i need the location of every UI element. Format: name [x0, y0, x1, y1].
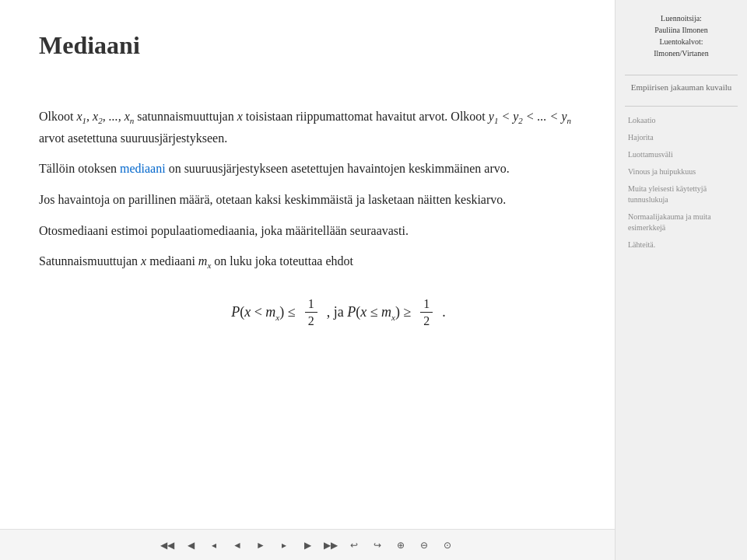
sidebar-item-normaali[interactable]: Normaalijakauma ja muita esimerkkejä [625, 209, 738, 236]
sidebar-item-lahteet[interactable]: Lähteitä. [625, 237, 738, 253]
paragraph-2: Tällöin otoksen mediaani on suuruusjärje… [39, 159, 576, 179]
formula-separator: , ja P(x ≤ mx) ≥ [327, 301, 412, 324]
page-title: Mediaani [39, 31, 576, 60]
slides-name: Ilmonen/Virtanen [625, 47, 738, 59]
sidebar-divider-2 [625, 106, 738, 107]
nav-bar: ◀◀ ◀ ◂ ◄ ► ▸ ▶ ▶▶ ↩ ↪ ⊕ ⊖ ⊙ [0, 529, 615, 560]
math-formula: P(x < mx) ≤ 1 2 , ja P(x ≤ mx) ≥ 1 2 . [101, 296, 576, 328]
fraction-right: 1 2 [420, 296, 433, 328]
nav-first[interactable]: ◀◀ [159, 537, 176, 554]
sidebar-section-1: Empiirisen jakauman kuvailu [625, 82, 738, 93]
paragraph-5: Satunnaismuuttujan x mediaani mx on luku… [39, 251, 576, 273]
content-body: Olkoot x1, x2, ..., xn satunnaismuuttuja… [39, 107, 576, 328]
paragraph-4: Otosmediaani estimoi populaatiomediaania… [39, 221, 576, 241]
nav-zoom-out[interactable]: ⊖ [416, 537, 433, 554]
sidebar-item-vinous[interactable]: Vinous ja huipukkuus [625, 164, 738, 180]
sidebar-header: Luennoitsija: Pauliina Ilmonen Luentokal… [625, 12, 738, 59]
lecturer-name: Pauliina Ilmonen [625, 24, 738, 36]
nav-prev-section[interactable]: ◀ [182, 537, 199, 554]
paragraph-1: Olkoot x1, x2, ..., xn satunnaismuuttuja… [39, 107, 576, 148]
formula-period: . [442, 301, 446, 324]
sidebar-divider-1 [625, 75, 738, 75]
paragraph-3: Jos havaintoja on parillinen määrä, otet… [39, 190, 576, 210]
nav-zoom-reset[interactable]: ⊙ [439, 537, 456, 554]
fraction-left: 1 2 [305, 296, 317, 328]
nav-zoom-in[interactable]: ⊕ [392, 537, 409, 554]
sidebar-item-muita[interactable]: Muita yleisesti käytettyjä tunnuslukuja [625, 181, 738, 208]
lecturer-label: Luennoitsija: [625, 12, 738, 24]
nav-last[interactable]: ▶▶ [322, 537, 339, 554]
sidebar-item-luottamusväli[interactable]: Luottamusväli [625, 147, 738, 163]
sidebar-item-hajorita[interactable]: Hajorita [625, 130, 738, 145]
nav-prev-page[interactable]: ◄ [229, 537, 246, 554]
main-content: Mediaani Olkoot x1, x2, ..., xn satunnai… [0, 0, 615, 560]
nav-next-section[interactable]: ▶ [299, 537, 316, 554]
nav-prev-subsection[interactable]: ◂ [205, 537, 223, 554]
sidebar: Luennoitsija: Pauliina Ilmonen Luentokal… [615, 0, 747, 560]
nav-next-subsection[interactable]: ▸ [275, 537, 293, 554]
formula-left: P(x < mx) ≤ [231, 301, 295, 324]
nav-next-page[interactable]: ► [252, 537, 269, 554]
nav-forward[interactable]: ↪ [369, 537, 386, 554]
nav-back[interactable]: ↩ [345, 537, 363, 554]
slides-label: Luentokalvot: [625, 36, 738, 47]
sidebar-item-lokaatio[interactable]: Lokaatio [625, 113, 738, 128]
